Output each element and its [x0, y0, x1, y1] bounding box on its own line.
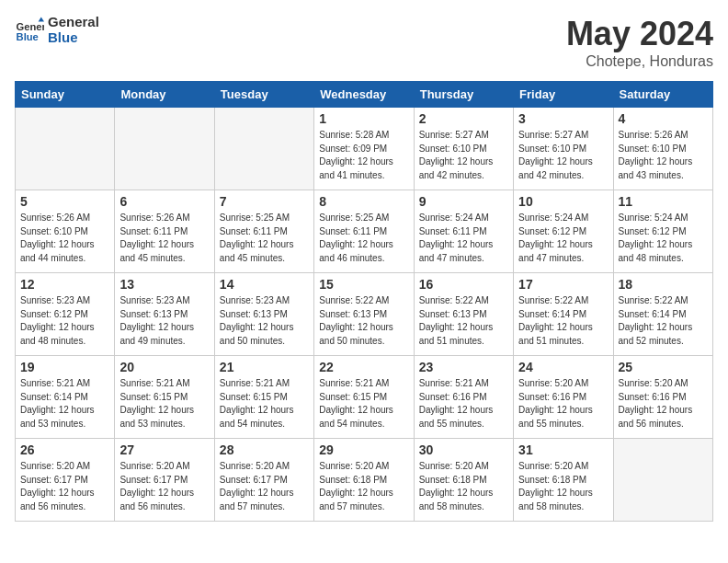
weekday-header-thursday: Thursday [414, 82, 513, 108]
week-row-3: 12Sunrise: 5:23 AM Sunset: 6:12 PM Dayli… [16, 273, 713, 356]
day-info: Sunrise: 5:25 AM Sunset: 6:11 PM Dayligh… [319, 212, 408, 265]
day-number: 27 [119, 442, 209, 457]
weekday-header-monday: Monday [115, 82, 214, 108]
page-header: General Blue General Blue May 2024 Chote… [15, 15, 713, 70]
day-cell: 1Sunrise: 5:28 AM Sunset: 6:09 PM Daylig… [314, 108, 414, 190]
day-cell: 3Sunrise: 5:27 AM Sunset: 6:10 PM Daylig… [514, 108, 613, 190]
day-info: Sunrise: 5:20 AM Sunset: 6:18 PM Dayligh… [419, 460, 508, 513]
week-row-1: 1Sunrise: 5:28 AM Sunset: 6:09 PM Daylig… [16, 108, 713, 190]
day-number: 29 [319, 442, 408, 457]
location-title: Chotepe, Honduras [566, 53, 713, 70]
logo: General Blue General Blue [15, 15, 99, 45]
day-number: 17 [518, 277, 608, 292]
day-info: Sunrise: 5:21 AM Sunset: 6:14 PM Dayligh… [20, 377, 109, 431]
day-info: Sunrise: 5:27 AM Sunset: 6:10 PM Dayligh… [419, 129, 508, 182]
day-number: 2 [419, 111, 508, 126]
day-cell: 11Sunrise: 5:24 AM Sunset: 6:12 PM Dayli… [613, 190, 712, 273]
day-info: Sunrise: 5:25 AM Sunset: 6:11 PM Dayligh… [220, 212, 309, 265]
day-cell: 7Sunrise: 5:25 AM Sunset: 6:11 PM Daylig… [214, 190, 313, 273]
day-info: Sunrise: 5:23 AM Sunset: 6:13 PM Dayligh… [220, 294, 309, 348]
day-cell: 15Sunrise: 5:22 AM Sunset: 6:13 PM Dayli… [314, 273, 414, 356]
day-info: Sunrise: 5:26 AM Sunset: 6:10 PM Dayligh… [619, 129, 708, 182]
day-cell: 26Sunrise: 5:20 AM Sunset: 6:17 PM Dayli… [16, 439, 115, 522]
day-info: Sunrise: 5:22 AM Sunset: 6:13 PM Dayligh… [319, 294, 408, 348]
day-cell: 5Sunrise: 5:26 AM Sunset: 6:10 PM Daylig… [16, 190, 115, 273]
day-info: Sunrise: 5:20 AM Sunset: 6:17 PM Dayligh… [20, 460, 109, 513]
logo-blue: Blue [48, 30, 99, 46]
day-number: 11 [619, 194, 708, 209]
day-number: 12 [20, 277, 109, 292]
week-row-2: 5Sunrise: 5:26 AM Sunset: 6:10 PM Daylig… [16, 190, 713, 273]
day-number: 20 [119, 360, 209, 374]
day-number: 15 [319, 277, 408, 292]
day-info: Sunrise: 5:22 AM Sunset: 6:13 PM Dayligh… [419, 294, 508, 348]
day-info: Sunrise: 5:22 AM Sunset: 6:14 PM Dayligh… [619, 294, 708, 348]
week-row-4: 19Sunrise: 5:21 AM Sunset: 6:14 PM Dayli… [16, 356, 713, 439]
day-cell: 27Sunrise: 5:20 AM Sunset: 6:17 PM Dayli… [115, 439, 214, 522]
day-info: Sunrise: 5:24 AM Sunset: 6:12 PM Dayligh… [518, 212, 608, 265]
day-number: 26 [20, 442, 109, 457]
day-number: 30 [419, 442, 508, 457]
day-cell [115, 108, 214, 190]
day-info: Sunrise: 5:22 AM Sunset: 6:14 PM Dayligh… [518, 294, 608, 348]
day-cell: 14Sunrise: 5:23 AM Sunset: 6:13 PM Dayli… [214, 273, 313, 356]
weekday-header-wednesday: Wednesday [314, 82, 414, 108]
day-number: 31 [518, 442, 608, 457]
day-cell: 4Sunrise: 5:26 AM Sunset: 6:10 PM Daylig… [613, 108, 712, 190]
day-cell: 30Sunrise: 5:20 AM Sunset: 6:18 PM Dayli… [414, 439, 513, 522]
month-title: May 2024 [566, 15, 713, 53]
day-cell: 17Sunrise: 5:22 AM Sunset: 6:14 PM Dayli… [514, 273, 613, 356]
day-number: 7 [220, 194, 309, 209]
day-cell: 8Sunrise: 5:25 AM Sunset: 6:11 PM Daylig… [314, 190, 414, 273]
day-cell: 31Sunrise: 5:20 AM Sunset: 6:18 PM Dayli… [514, 439, 613, 522]
day-info: Sunrise: 5:20 AM Sunset: 6:17 PM Dayligh… [220, 460, 309, 513]
day-info: Sunrise: 5:20 AM Sunset: 6:16 PM Dayligh… [518, 377, 608, 431]
day-cell: 21Sunrise: 5:21 AM Sunset: 6:15 PM Dayli… [214, 356, 313, 439]
day-info: Sunrise: 5:21 AM Sunset: 6:15 PM Dayligh… [319, 377, 408, 431]
day-number: 22 [319, 360, 408, 374]
day-cell: 22Sunrise: 5:21 AM Sunset: 6:15 PM Dayli… [314, 356, 414, 439]
svg-text:Blue: Blue [17, 31, 39, 42]
day-cell [613, 439, 712, 522]
day-cell [214, 108, 313, 190]
day-info: Sunrise: 5:26 AM Sunset: 6:11 PM Dayligh… [119, 212, 209, 265]
day-number: 9 [419, 194, 508, 209]
day-cell: 20Sunrise: 5:21 AM Sunset: 6:15 PM Dayli… [115, 356, 214, 439]
day-info: Sunrise: 5:21 AM Sunset: 6:16 PM Dayligh… [419, 377, 508, 431]
day-cell: 25Sunrise: 5:20 AM Sunset: 6:16 PM Dayli… [613, 356, 712, 439]
day-cell: 18Sunrise: 5:22 AM Sunset: 6:14 PM Dayli… [613, 273, 712, 356]
day-cell: 24Sunrise: 5:20 AM Sunset: 6:16 PM Dayli… [514, 356, 613, 439]
day-number: 8 [319, 194, 408, 209]
svg-marker-2 [39, 17, 44, 21]
logo-icon: General Blue [15, 16, 44, 45]
svg-text:General: General [17, 21, 44, 32]
day-number: 14 [220, 277, 309, 292]
week-row-5: 26Sunrise: 5:20 AM Sunset: 6:17 PM Dayli… [16, 439, 713, 522]
logo-general: General [48, 15, 99, 30]
day-cell: 13Sunrise: 5:23 AM Sunset: 6:13 PM Dayli… [115, 273, 214, 356]
day-number: 4 [619, 111, 708, 126]
day-number: 6 [119, 194, 209, 209]
day-number: 25 [619, 360, 708, 374]
weekday-header-sunday: Sunday [16, 82, 115, 108]
day-info: Sunrise: 5:26 AM Sunset: 6:10 PM Dayligh… [20, 212, 109, 265]
day-number: 23 [419, 360, 508, 374]
title-block: May 2024 Chotepe, Honduras [566, 15, 713, 70]
day-number: 18 [619, 277, 708, 292]
day-cell: 19Sunrise: 5:21 AM Sunset: 6:14 PM Dayli… [16, 356, 115, 439]
day-cell: 16Sunrise: 5:22 AM Sunset: 6:13 PM Dayli… [414, 273, 513, 356]
day-cell: 9Sunrise: 5:24 AM Sunset: 6:11 PM Daylig… [414, 190, 513, 273]
day-number: 21 [220, 360, 309, 374]
day-info: Sunrise: 5:28 AM Sunset: 6:09 PM Dayligh… [319, 129, 408, 182]
day-info: Sunrise: 5:27 AM Sunset: 6:10 PM Dayligh… [518, 129, 608, 182]
day-number: 28 [220, 442, 309, 457]
weekday-header-tuesday: Tuesday [214, 82, 313, 108]
day-info: Sunrise: 5:24 AM Sunset: 6:12 PM Dayligh… [619, 212, 708, 265]
day-info: Sunrise: 5:20 AM Sunset: 6:16 PM Dayligh… [619, 377, 708, 431]
weekday-header-friday: Friday [514, 82, 613, 108]
day-number: 3 [518, 111, 608, 126]
day-cell: 23Sunrise: 5:21 AM Sunset: 6:16 PM Dayli… [414, 356, 513, 439]
day-number: 16 [419, 277, 508, 292]
calendar-table: SundayMondayTuesdayWednesdayThursdayFrid… [15, 81, 713, 522]
day-info: Sunrise: 5:20 AM Sunset: 6:18 PM Dayligh… [319, 460, 408, 513]
